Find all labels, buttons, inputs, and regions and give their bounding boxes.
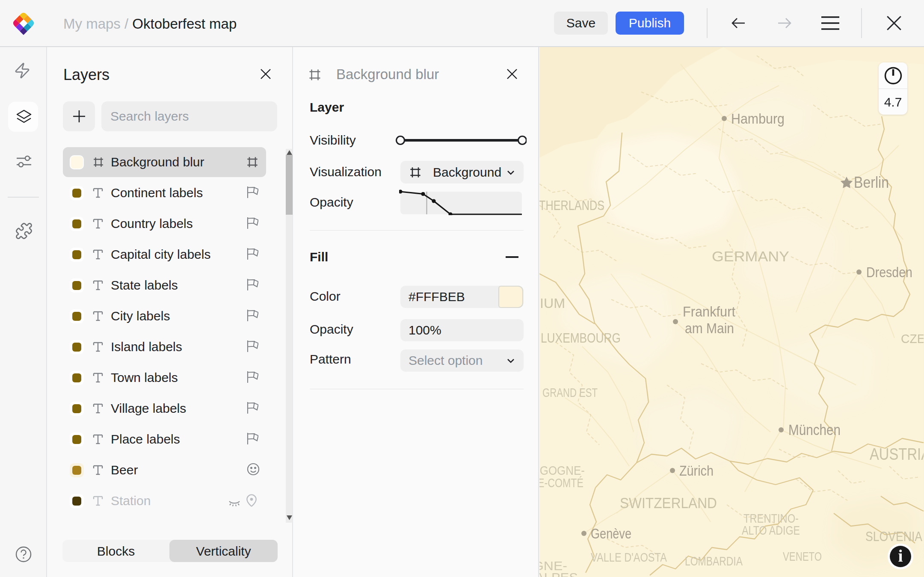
svg-text:Genève: Genève bbox=[591, 526, 631, 541]
svg-text:SWITZERLAND: SWITZERLAND bbox=[620, 494, 717, 511]
svg-text:E-COMTÉ: E-COMTÉ bbox=[539, 476, 583, 490]
svg-text:Dresden: Dresden bbox=[866, 264, 912, 280]
svg-text:LUXEMBOURG: LUXEMBOURG bbox=[541, 330, 621, 346]
svg-text:Frankfurt: Frankfurt bbox=[683, 304, 735, 320]
svg-text:LOMBARDIA: LOMBARDIA bbox=[685, 554, 743, 568]
svg-text:Zürich: Zürich bbox=[679, 463, 714, 479]
svg-text:NETHERLANDS: NETHERLANDS bbox=[539, 198, 604, 213]
svg-text:AUSTRIA: AUSTRIA bbox=[870, 445, 924, 463]
svg-text:SLOVENIA: SLOVENIA bbox=[865, 529, 923, 544]
svg-text:VENETO: VENETO bbox=[783, 549, 822, 563]
svg-text:CZECHIA: CZECHIA bbox=[901, 331, 924, 346]
svg-text:ALPES: ALPES bbox=[539, 570, 578, 577]
svg-text:VALLE D'AOSTA: VALLE D'AOSTA bbox=[591, 550, 667, 564]
svg-text:ALTO ADIGE: ALTO ADIGE bbox=[742, 523, 800, 537]
svg-text:Hamburg: Hamburg bbox=[731, 111, 785, 127]
svg-text:am Main: am Main bbox=[685, 320, 734, 336]
svg-text:BELGIUM: BELGIUM bbox=[539, 296, 565, 311]
svg-text:GRAND EST: GRAND EST bbox=[542, 385, 598, 399]
svg-text:Berlin: Berlin bbox=[854, 174, 889, 191]
svg-text:GERMANY: GERMANY bbox=[712, 249, 789, 264]
svg-text:München: München bbox=[788, 421, 841, 438]
